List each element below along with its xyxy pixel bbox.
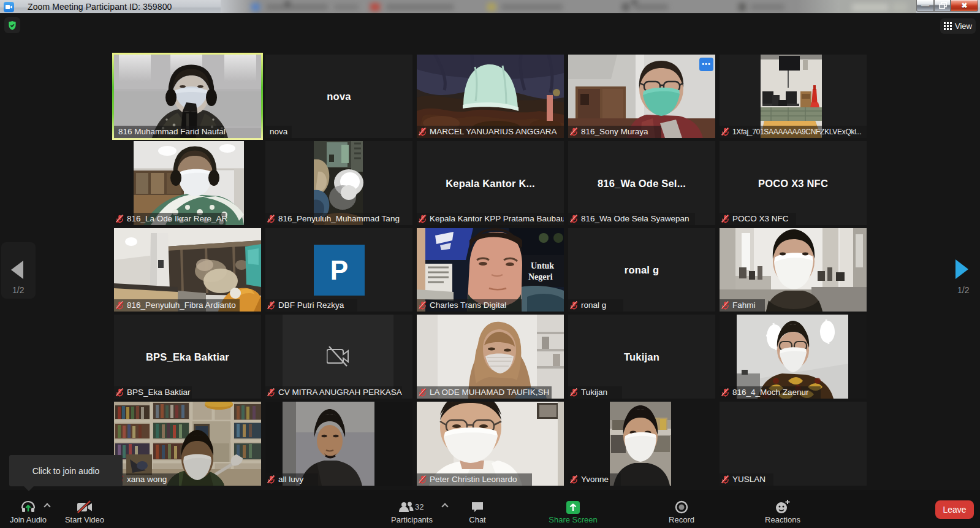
svg-text:Untuk: Untuk (531, 261, 554, 270)
svg-text:Negeri: Negeri (528, 272, 553, 281)
svg-text:32: 32 (415, 502, 424, 511)
